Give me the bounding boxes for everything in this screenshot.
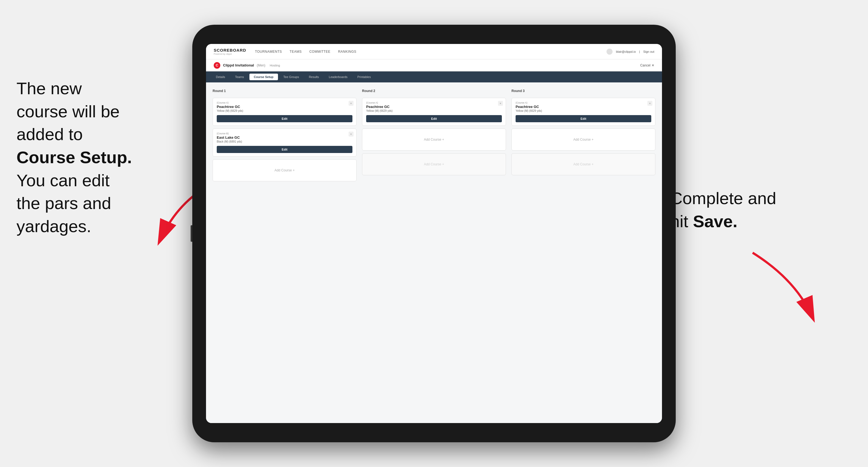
annotation-right: Complete and hit Save. bbox=[670, 187, 813, 233]
round-1-course-a-edit-button[interactable]: Edit bbox=[217, 115, 352, 122]
round-1-course-b-label: (Course B) bbox=[217, 132, 352, 135]
round-1-course-a-card: × (Course A) Peachtree GC Yellow (M) (66… bbox=[213, 98, 356, 126]
close-icon: ✕ bbox=[652, 63, 654, 67]
round-1-add-course-label: Add Course + bbox=[274, 168, 295, 172]
round-3-add-course-disabled-label: Add Course + bbox=[573, 162, 594, 166]
round-3-add-course-label: Add Course + bbox=[573, 137, 594, 142]
nav-divider: | bbox=[639, 50, 640, 53]
round-1-column: Round 1 × (Course A) Peachtree GC Yellow… bbox=[213, 89, 356, 181]
user-avatar bbox=[607, 49, 613, 55]
round-3-course-a-tee: Yellow (M) (6629 yds) bbox=[516, 109, 651, 112]
annotation-left-text: The new course will be added to Course S… bbox=[17, 79, 132, 236]
round-2-add-course-label: Add Course + bbox=[424, 137, 444, 142]
round-3-course-a-edit-button[interactable]: Edit bbox=[516, 115, 651, 122]
round-1-course-b-tee: Black (M) (6891 yds) bbox=[217, 140, 352, 143]
round-2-course-a-card: × (Course A) Peachtree GC Yellow (M) (66… bbox=[362, 98, 506, 126]
tablet-side-button bbox=[191, 225, 192, 242]
round-1-course-a-label: (Course A) bbox=[217, 101, 352, 104]
annotation-bold-save: Save. bbox=[693, 212, 738, 231]
rounds-grid: Round 1 × (Course A) Peachtree GC Yellow… bbox=[213, 89, 655, 181]
round-3-course-a-label: (Course A) bbox=[516, 101, 651, 104]
cancel-button[interactable]: Cancel ✕ bbox=[640, 63, 654, 67]
logo-scoreboard: SCOREBOARD bbox=[214, 48, 246, 53]
round-2-course-a-name: Peachtree GC bbox=[366, 105, 502, 109]
round-3-course-a-card: × (Course A) Peachtree GC Yellow (M) (66… bbox=[512, 98, 655, 126]
round-2-course-a-label: (Course A) bbox=[366, 101, 502, 104]
round-1-course-b-card: × (Course B) East Lake GC Black (M) (689… bbox=[213, 129, 356, 157]
round-3-course-a-name: Peachtree GC bbox=[516, 105, 651, 109]
round-1-course-b-edit-button[interactable]: Edit bbox=[217, 146, 352, 153]
round-1-course-b-delete[interactable]: × bbox=[348, 132, 353, 136]
annotation-right-text: Complete and hit Save. bbox=[670, 189, 776, 231]
round-2-column: Round 2 × (Course A) Peachtree GC Yellow… bbox=[362, 89, 506, 181]
round-1-course-a-tee: Yellow (M) (6629 yds) bbox=[217, 109, 352, 112]
user-email: blair@clippd.io bbox=[616, 50, 636, 53]
tab-course-setup[interactable]: Course Setup bbox=[249, 73, 278, 80]
sign-out-link[interactable]: Sign out bbox=[643, 50, 654, 53]
tournament-bar: C Clippd Invitational (Men) Hosting Canc… bbox=[206, 59, 662, 71]
tab-printables[interactable]: Printables bbox=[353, 73, 375, 80]
tablet-screen: SCOREBOARD Powered by clippd TOURNAMENTS… bbox=[206, 44, 662, 423]
tab-tee-groups[interactable]: Tee Groups bbox=[279, 73, 304, 80]
logo-powered-by: Powered by clippd bbox=[214, 53, 246, 55]
tournament-title-area: C Clippd Invitational (Men) Hosting bbox=[214, 62, 280, 69]
tab-details[interactable]: Details bbox=[212, 73, 229, 80]
nav-rankings[interactable]: RANKINGS bbox=[338, 49, 356, 55]
main-content: Round 1 × (Course A) Peachtree GC Yellow… bbox=[206, 83, 662, 423]
round-2-add-course-disabled-label: Add Course + bbox=[424, 162, 444, 166]
round-1-course-a-name: Peachtree GC bbox=[217, 105, 352, 109]
round-2-add-course-button[interactable]: Add Course + bbox=[362, 129, 506, 151]
tabs-bar: Details Teams Course Setup Tee Groups Re… bbox=[206, 71, 662, 83]
round-2-header: Round 2 bbox=[362, 89, 506, 93]
annotation-bold-course-setup: Course Setup. bbox=[17, 148, 132, 167]
round-1-add-course-button[interactable]: Add Course + bbox=[213, 159, 356, 181]
tab-results[interactable]: Results bbox=[304, 73, 323, 80]
nav-links: TOURNAMENTS TEAMS COMMITTEE RANKINGS bbox=[255, 49, 607, 55]
round-1-course-b-name: East Lake GC bbox=[217, 135, 352, 139]
round-1-course-a-delete[interactable]: × bbox=[348, 101, 353, 106]
tab-leaderboards[interactable]: Leaderboards bbox=[324, 73, 352, 80]
round-1-header: Round 1 bbox=[213, 89, 356, 93]
round-3-header: Round 3 bbox=[512, 89, 655, 93]
nav-teams[interactable]: TEAMS bbox=[289, 49, 302, 55]
round-2-course-a-delete[interactable]: × bbox=[498, 101, 503, 106]
round-3-column: Round 3 × (Course A) Peachtree GC Yellow… bbox=[512, 89, 655, 181]
round-3-add-course-disabled: Add Course + bbox=[512, 153, 655, 175]
nav-tournaments[interactable]: TOURNAMENTS bbox=[255, 49, 282, 55]
nav-committee[interactable]: COMMITTEE bbox=[309, 49, 331, 55]
round-2-course-a-tee: Yellow (M) (6629 yds) bbox=[366, 109, 502, 112]
round-3-add-course-button[interactable]: Add Course + bbox=[512, 129, 655, 151]
tournament-name: Clippd Invitational bbox=[223, 63, 254, 67]
tournament-status: Hosting bbox=[270, 64, 280, 67]
tournament-gender: (Men) bbox=[257, 63, 265, 67]
arrow-right-annotation bbox=[720, 247, 824, 330]
tournament-logo: C bbox=[214, 62, 220, 69]
round-2-add-course-disabled: Add Course + bbox=[362, 153, 506, 175]
tablet-device: SCOREBOARD Powered by clippd TOURNAMENTS… bbox=[192, 25, 676, 442]
cancel-label: Cancel bbox=[640, 63, 650, 67]
annotation-left: The new course will be added to Course S… bbox=[17, 77, 187, 238]
tab-teams[interactable]: Teams bbox=[231, 73, 248, 80]
top-navigation: SCOREBOARD Powered by clippd TOURNAMENTS… bbox=[206, 44, 662, 59]
logo-area: SCOREBOARD Powered by clippd bbox=[214, 48, 246, 55]
nav-right: blair@clippd.io | Sign out bbox=[607, 49, 654, 55]
round-2-course-a-edit-button[interactable]: Edit bbox=[366, 115, 502, 122]
round-3-course-a-delete[interactable]: × bbox=[647, 101, 652, 106]
